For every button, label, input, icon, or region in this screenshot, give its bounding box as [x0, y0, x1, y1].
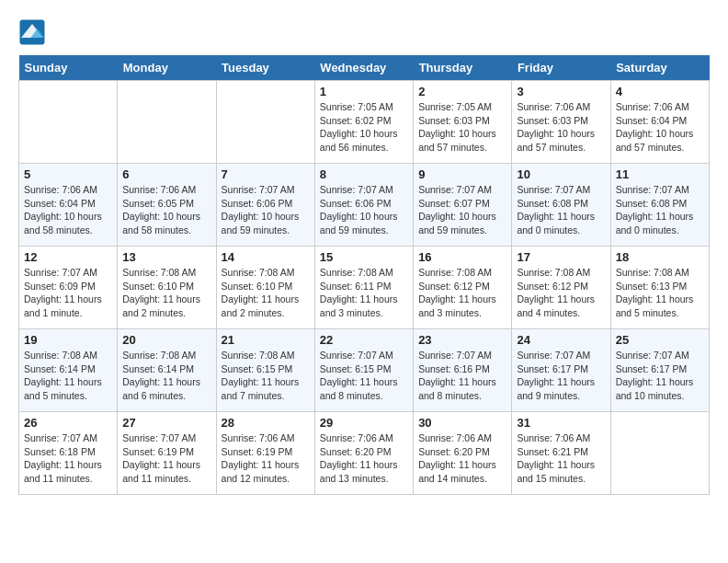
day-number: 27 [122, 416, 210, 430]
day-header-saturday: Saturday [610, 55, 709, 81]
day-number: 19 [24, 333, 112, 347]
day-info: Sunrise: 7:06 AM Sunset: 6:04 PM Dayligh… [24, 183, 112, 237]
day-number: 11 [616, 167, 704, 181]
day-info: Sunrise: 7:07 AM Sunset: 6:15 PM Dayligh… [320, 349, 408, 403]
calendar-cell: 19Sunrise: 7:08 AM Sunset: 6:14 PM Dayli… [19, 329, 118, 412]
calendar-cell: 26Sunrise: 7:07 AM Sunset: 6:18 PM Dayli… [19, 412, 118, 495]
day-info: Sunrise: 7:08 AM Sunset: 6:11 PM Dayligh… [320, 266, 408, 320]
day-number: 17 [517, 250, 605, 264]
day-number: 9 [418, 167, 506, 181]
day-info: Sunrise: 7:07 AM Sunset: 6:19 PM Dayligh… [122, 431, 210, 486]
calendar-cell: 18Sunrise: 7:08 AM Sunset: 6:13 PM Dayli… [610, 247, 709, 329]
day-number: 31 [517, 416, 605, 430]
calendar-cell: 20Sunrise: 7:08 AM Sunset: 6:14 PM Dayli… [118, 329, 216, 412]
day-header-monday: Monday [118, 55, 216, 81]
day-info: Sunrise: 7:06 AM Sunset: 6:19 PM Dayligh… [222, 431, 310, 486]
calendar-cell: 30Sunrise: 7:06 AM Sunset: 6:20 PM Dayli… [414, 412, 512, 495]
day-number: 22 [320, 333, 408, 347]
day-info: Sunrise: 7:06 AM Sunset: 6:04 PM Dayligh… [616, 100, 704, 155]
day-info: Sunrise: 7:08 AM Sunset: 6:12 PM Dayligh… [517, 266, 605, 320]
day-info: Sunrise: 7:06 AM Sunset: 6:20 PM Dayligh… [320, 431, 408, 486]
day-info: Sunrise: 7:07 AM Sunset: 6:06 PM Dayligh… [222, 183, 310, 237]
calendar-cell: 3Sunrise: 7:06 AM Sunset: 6:03 PM Daylig… [512, 81, 610, 164]
day-info: Sunrise: 7:07 AM Sunset: 6:18 PM Dayligh… [24, 431, 112, 486]
day-number: 3 [517, 85, 605, 98]
day-info: Sunrise: 7:08 AM Sunset: 6:14 PM Dayligh… [122, 349, 210, 403]
day-number: 8 [320, 167, 408, 181]
week-row-2: 5Sunrise: 7:06 AM Sunset: 6:04 PM Daylig… [19, 164, 710, 247]
day-number: 10 [517, 167, 605, 181]
calendar-cell: 25Sunrise: 7:07 AM Sunset: 6:17 PM Dayli… [610, 329, 709, 412]
calendar-cell: 10Sunrise: 7:07 AM Sunset: 6:08 PM Dayli… [512, 164, 610, 247]
day-info: Sunrise: 7:06 AM Sunset: 6:03 PM Dayligh… [517, 100, 605, 155]
day-number: 23 [418, 333, 506, 347]
calendar-cell: 28Sunrise: 7:06 AM Sunset: 6:19 PM Dayli… [216, 412, 314, 495]
day-info: Sunrise: 7:08 AM Sunset: 6:14 PM Dayligh… [24, 349, 112, 403]
day-info: Sunrise: 7:07 AM Sunset: 6:07 PM Dayligh… [418, 183, 506, 237]
calendar-cell: 15Sunrise: 7:08 AM Sunset: 6:11 PM Dayli… [314, 247, 413, 329]
day-number: 14 [222, 250, 310, 264]
calendar-cell [19, 81, 118, 164]
day-info: Sunrise: 7:07 AM Sunset: 6:08 PM Dayligh… [616, 183, 704, 237]
calendar-cell: 1Sunrise: 7:05 AM Sunset: 6:02 PM Daylig… [314, 81, 413, 164]
day-number: 1 [320, 85, 408, 98]
day-info: Sunrise: 7:08 AM Sunset: 6:10 PM Dayligh… [122, 266, 210, 320]
calendar-cell: 12Sunrise: 7:07 AM Sunset: 6:09 PM Dayli… [19, 247, 118, 329]
calendar-cell: 31Sunrise: 7:06 AM Sunset: 6:21 PM Dayli… [512, 412, 610, 495]
day-number: 7 [222, 167, 310, 181]
day-number: 24 [517, 333, 605, 347]
calendar-cell: 14Sunrise: 7:08 AM Sunset: 6:10 PM Dayli… [216, 247, 314, 329]
day-number: 25 [616, 333, 704, 347]
day-number: 29 [320, 416, 408, 430]
day-number: 30 [418, 416, 506, 430]
calendar-cell: 29Sunrise: 7:06 AM Sunset: 6:20 PM Dayli… [314, 412, 413, 495]
day-number: 16 [418, 250, 506, 264]
calendar-cell: 11Sunrise: 7:07 AM Sunset: 6:08 PM Dayli… [610, 164, 709, 247]
day-info: Sunrise: 7:07 AM Sunset: 6:09 PM Dayligh… [24, 266, 112, 320]
calendar-cell: 7Sunrise: 7:07 AM Sunset: 6:06 PM Daylig… [216, 164, 314, 247]
day-info: Sunrise: 7:06 AM Sunset: 6:20 PM Dayligh… [418, 431, 506, 486]
day-info: Sunrise: 7:08 AM Sunset: 6:12 PM Dayligh… [418, 266, 506, 320]
calendar-cell: 2Sunrise: 7:05 AM Sunset: 6:03 PM Daylig… [414, 81, 512, 164]
day-header-thursday: Thursday [414, 55, 512, 81]
day-info: Sunrise: 7:07 AM Sunset: 6:17 PM Dayligh… [517, 349, 605, 403]
day-number: 18 [616, 250, 704, 264]
logo [18, 18, 50, 46]
day-info: Sunrise: 7:08 AM Sunset: 6:13 PM Dayligh… [616, 266, 704, 320]
day-header-friday: Friday [512, 55, 610, 81]
day-number: 2 [418, 85, 506, 98]
logo-icon [18, 18, 46, 46]
calendar-cell [610, 412, 709, 495]
day-number: 21 [222, 333, 310, 347]
day-header-sunday: Sunday [19, 55, 118, 81]
day-info: Sunrise: 7:07 AM Sunset: 6:17 PM Dayligh… [616, 349, 704, 403]
calendar-cell: 16Sunrise: 7:08 AM Sunset: 6:12 PM Dayli… [414, 247, 512, 329]
day-number: 5 [24, 167, 112, 181]
day-number: 28 [222, 416, 310, 430]
week-row-5: 26Sunrise: 7:07 AM Sunset: 6:18 PM Dayli… [19, 412, 710, 495]
day-number: 12 [24, 250, 112, 264]
day-number: 13 [122, 250, 210, 264]
calendar-cell: 6Sunrise: 7:06 AM Sunset: 6:05 PM Daylig… [118, 164, 216, 247]
calendar-table: SundayMondayTuesdayWednesdayThursdayFrid… [18, 55, 710, 495]
calendar-cell: 8Sunrise: 7:07 AM Sunset: 6:06 PM Daylig… [314, 164, 413, 247]
day-info: Sunrise: 7:06 AM Sunset: 6:21 PM Dayligh… [517, 431, 605, 486]
week-row-1: 1Sunrise: 7:05 AM Sunset: 6:02 PM Daylig… [19, 81, 710, 164]
week-row-4: 19Sunrise: 7:08 AM Sunset: 6:14 PM Dayli… [19, 329, 710, 412]
calendar-cell: 21Sunrise: 7:08 AM Sunset: 6:15 PM Dayli… [216, 329, 314, 412]
calendar-cell: 9Sunrise: 7:07 AM Sunset: 6:07 PM Daylig… [414, 164, 512, 247]
day-info: Sunrise: 7:07 AM Sunset: 6:08 PM Dayligh… [517, 183, 605, 237]
calendar-cell: 23Sunrise: 7:07 AM Sunset: 6:16 PM Dayli… [414, 329, 512, 412]
calendar-cell: 27Sunrise: 7:07 AM Sunset: 6:19 PM Dayli… [118, 412, 216, 495]
day-number: 6 [122, 167, 210, 181]
week-row-3: 12Sunrise: 7:07 AM Sunset: 6:09 PM Dayli… [19, 247, 710, 329]
day-info: Sunrise: 7:06 AM Sunset: 6:05 PM Dayligh… [122, 183, 210, 237]
calendar-cell [216, 81, 314, 164]
day-info: Sunrise: 7:05 AM Sunset: 6:03 PM Dayligh… [418, 100, 506, 155]
calendar-cell: 5Sunrise: 7:06 AM Sunset: 6:04 PM Daylig… [19, 164, 118, 247]
day-header-tuesday: Tuesday [216, 55, 314, 81]
header-row: SundayMondayTuesdayWednesdayThursdayFrid… [19, 55, 710, 81]
calendar-cell [118, 81, 216, 164]
calendar-cell: 17Sunrise: 7:08 AM Sunset: 6:12 PM Dayli… [512, 247, 610, 329]
day-number: 20 [122, 333, 210, 347]
